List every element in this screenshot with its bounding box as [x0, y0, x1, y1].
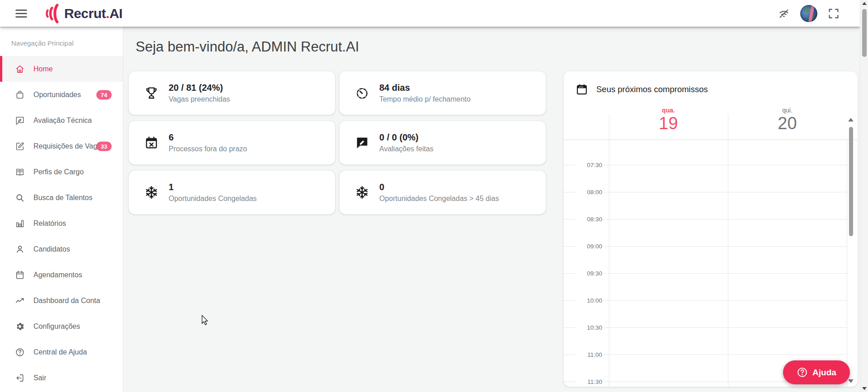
- sidebar-item-sair[interactable]: Sair: [0, 365, 123, 391]
- sidebar-item-label: Central de Ajuda: [33, 348, 87, 356]
- fullscreen-icon[interactable]: [827, 7, 840, 20]
- sidebar-item-label: Busca de Talentos: [33, 194, 92, 202]
- stat-text: 20 / 81 (24%) Vagas preenchidas: [169, 83, 230, 103]
- sidebar-item-busca-de-talentos[interactable]: Busca de Talentos: [0, 185, 123, 210]
- book-icon: [15, 167, 25, 177]
- stat-label: Oportunidades Congeladas: [169, 195, 257, 203]
- sidebar-item-home[interactable]: Home: [0, 56, 123, 82]
- calendar-day-column-19[interactable]: [609, 140, 728, 387]
- topbar-actions: [778, 0, 840, 27]
- stat-card-oportunidades-congeladas: 1 Oportunidades Congeladas: [128, 170, 335, 215]
- help-button-label: Ajuda: [812, 368, 836, 378]
- sidebar-item-avaliacao-tecnica[interactable]: Avaliação Técnica: [0, 107, 123, 133]
- edit-icon: [15, 141, 25, 151]
- sidebar-item-label: Sair: [33, 374, 46, 382]
- calendar-scrollbar[interactable]: [848, 114, 854, 384]
- review-icon: [15, 116, 25, 126]
- calendar-day-header-19[interactable]: qua. 19: [609, 107, 728, 139]
- stat-text: 0 Oportunidades Congeladas > 45 dias: [379, 182, 499, 203]
- calendar-icon: [15, 270, 25, 280]
- logo-arcs-icon: [43, 3, 62, 24]
- grid-right-edge: [847, 140, 847, 387]
- sidebar-item-relatorios[interactable]: Relatórios: [0, 210, 123, 236]
- sidebar-item-label: Home: [33, 65, 53, 73]
- stat-text: 6 Processos fora do prazo: [169, 132, 247, 153]
- help-button[interactable]: Ajuda: [783, 360, 850, 384]
- sidebar-item-dashboard-da-conta[interactable]: Dashboard da Conta: [0, 288, 123, 313]
- sidebar-item-label: Agendamentos: [33, 271, 82, 279]
- help-circle-icon: [797, 367, 808, 378]
- time-label: 09:00: [576, 242, 604, 251]
- hamburger-icon: [15, 9, 27, 18]
- time-label: 11:00: [576, 350, 604, 359]
- sidebar-item-oportunidades[interactable]: Oportunidades74: [0, 82, 123, 107]
- appointments-panel: Seus próximos compromissos qua. 19qui. 2…: [563, 71, 858, 387]
- sidebar-item-agendamentos[interactable]: Agendamentos: [0, 262, 123, 288]
- appointments-header: Seus próximos compromissos: [576, 83, 708, 96]
- day-of-week: qui.: [728, 107, 847, 114]
- sidebar-item-configuracoes[interactable]: Configurações: [0, 313, 123, 339]
- sidebar-item-candidatos[interactable]: Candidatos: [0, 236, 123, 262]
- time-label: 11:30: [576, 378, 604, 386]
- trending-icon: [15, 296, 25, 306]
- review-filled-icon: [355, 135, 369, 150]
- sidebar-nav: Home Oportunidades74 Avaliação Técnica R…: [0, 56, 123, 391]
- logout-icon: [15, 373, 25, 383]
- scroll-up-icon[interactable]: [848, 118, 854, 121]
- sidebar-item-label: Relatórios: [33, 219, 66, 228]
- avatar[interactable]: [800, 5, 817, 22]
- sidebar-item-label: Perfis de Cargo: [33, 168, 84, 176]
- sidebar-item-label: Dashboard da Conta: [33, 297, 100, 305]
- trophy-icon: [144, 86, 159, 100]
- page-title: Seja bem-vindo/a, ADMIN Recrut.AI: [136, 39, 359, 55]
- calendar-day-header-20[interactable]: qui. 20: [728, 107, 847, 139]
- page-scrollbar-thumb[interactable]: [862, 9, 867, 57]
- brand-logo[interactable]: Recrut.AI: [43, 0, 123, 27]
- menu-toggle-button[interactable]: [14, 6, 29, 21]
- bag-icon: [15, 90, 25, 100]
- stat-card-processos-fora-do-prazo: 6 Processos fora do prazo: [128, 121, 335, 165]
- time-label: 09:30: [576, 269, 604, 278]
- time-label: 08:30: [576, 215, 604, 224]
- sidebar-item-requisicoes-de-vagas[interactable]: Requisições de Vagas33: [0, 133, 123, 159]
- stat-label: Tempo médio p/ fechamento: [379, 95, 471, 103]
- count-badge: 74: [96, 90, 112, 99]
- person-icon: [15, 244, 25, 254]
- scroll-down-icon[interactable]: [848, 379, 854, 383]
- sidebar-item-perfis-de-cargo[interactable]: Perfis de Cargo: [0, 159, 123, 185]
- day-number: 20: [728, 115, 847, 133]
- sidebar-item-central-de-ajuda[interactable]: Central de Ajuda: [0, 339, 123, 365]
- count-badge: 33: [96, 141, 112, 151]
- sidebar-section-label: Navegação Principal: [11, 39, 74, 47]
- stat-card-vagas-preenchidas: 20 / 81 (24%) Vagas preenchidas: [128, 71, 335, 115]
- sidebar-item-label: Avaliação Técnica: [33, 117, 92, 125]
- home-icon: [15, 64, 25, 74]
- sidebar-item-label: Requisições de Vagas: [33, 142, 105, 150]
- timer-icon: [355, 86, 369, 100]
- stat-card-tempo-medio-p-fechamento: 84 dias Tempo médio p/ fechamento: [339, 71, 546, 115]
- stat-label: Avaliações feitas: [379, 145, 434, 153]
- day-of-week: qua.: [609, 107, 728, 114]
- stat-label: Processos fora do prazo: [169, 145, 247, 153]
- brand-name: Recrut.AI: [64, 6, 123, 21]
- network-status-icon[interactable]: [778, 7, 790, 20]
- gear-icon: [15, 322, 25, 331]
- stat-value: 0: [379, 182, 499, 192]
- stat-label: Oportunidades Congeladas > 45 dias: [379, 195, 499, 203]
- main-content: Seja bem-vindo/a, ADMIN Recrut.AI 20 / 8…: [123, 27, 860, 392]
- calendar-scrollbar-thumb[interactable]: [849, 127, 853, 236]
- time-label: 08:00: [576, 188, 604, 196]
- scrollbar-up-icon[interactable]: [862, 2, 867, 5]
- sidebar: Navegação Principal Home Oportunidades74…: [0, 27, 123, 392]
- time-label: 10:00: [576, 296, 604, 305]
- stat-text: 84 dias Tempo médio p/ fechamento: [379, 83, 471, 103]
- scrollbar-down-icon[interactable]: [862, 387, 867, 390]
- sidebar-item-label: Oportunidades: [33, 91, 81, 99]
- calendar-x-icon: [144, 135, 159, 150]
- stat-card-oportunidades-congeladas-45-dias: 0 Oportunidades Congeladas > 45 dias: [339, 170, 546, 215]
- calendar-event-icon: [576, 83, 588, 96]
- page-scrollbar[interactable]: [860, 0, 868, 392]
- panel-title: Seus próximos compromissos: [596, 84, 708, 94]
- calendar-day-column-20[interactable]: [728, 140, 847, 387]
- time-label: 07:30: [576, 161, 604, 169]
